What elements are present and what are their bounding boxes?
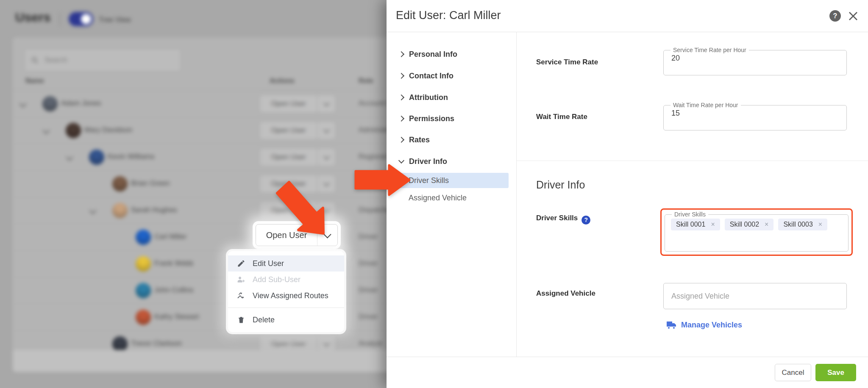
avatar bbox=[42, 96, 58, 111]
open-user-dropdown-toggle[interactable] bbox=[317, 209, 335, 212]
skill-tag: Skill 0001× bbox=[671, 219, 720, 230]
user-role: Driver bbox=[359, 286, 378, 294]
skill-tag-label: Skill 0003 bbox=[783, 221, 812, 228]
nav-item-label: Permissions bbox=[409, 114, 454, 123]
open-user-button[interactable]: Open User bbox=[259, 148, 336, 166]
nav-item-driver-info[interactable]: Driver Info bbox=[387, 154, 516, 169]
help-icon[interactable]: ? bbox=[829, 10, 841, 22]
user-plus-icon bbox=[237, 275, 245, 284]
remove-tag-icon[interactable]: × bbox=[711, 221, 715, 228]
header-divider bbox=[13, 90, 428, 90]
open-user-dropdown-toggle[interactable] bbox=[317, 156, 335, 159]
open-user-button[interactable]: Open User bbox=[259, 94, 336, 113]
open-user-button-label: Open User bbox=[260, 126, 317, 135]
skill-tag: Skill 0002× bbox=[725, 219, 774, 230]
table-row: John CollinsOpen UserDriver bbox=[13, 277, 428, 304]
chevron-down-icon bbox=[323, 153, 330, 160]
open-user-button[interactable]: Open User bbox=[259, 121, 336, 140]
driver-skills-label-text: Driver Skills bbox=[536, 214, 578, 222]
menu-item-delete[interactable]: Delete bbox=[228, 312, 344, 328]
user-role: Driver bbox=[359, 179, 378, 188]
user-name: Kathy Stewart bbox=[154, 313, 199, 321]
open-user-split-button[interactable]: Open User bbox=[256, 224, 338, 246]
search-icon bbox=[31, 56, 39, 64]
open-user-dropdown-toggle[interactable] bbox=[317, 129, 335, 132]
user-role: Driver bbox=[359, 259, 378, 268]
service-time-rate-field: Service Time Rate per Hour bbox=[663, 47, 847, 75]
menu-item-view-assigned-routes[interactable]: View Assigned Routes bbox=[228, 288, 344, 304]
menu-item-edit-user[interactable]: Edit User bbox=[228, 255, 344, 272]
tree-view-toggle[interactable] bbox=[69, 12, 93, 26]
row-expander-icon[interactable] bbox=[19, 100, 27, 108]
cancel-button[interactable]: Cancel bbox=[775, 364, 811, 381]
chevron-right-icon bbox=[398, 73, 404, 79]
user-name: Frank Webb bbox=[154, 259, 193, 268]
chevron-down-icon bbox=[323, 180, 330, 186]
chevron-down-icon bbox=[323, 100, 330, 106]
user-name: Sarah Hughes bbox=[131, 206, 177, 214]
chevron-right-icon bbox=[398, 137, 404, 143]
nav-item-label: Driver Info bbox=[409, 157, 447, 166]
chevron-down-icon bbox=[323, 230, 331, 238]
avatar bbox=[136, 256, 151, 272]
nav-item-personal-info[interactable]: Personal Info bbox=[387, 47, 516, 61]
driver-skills-help-icon[interactable]: ? bbox=[581, 216, 590, 224]
manage-vehicles-link[interactable]: Manage Vehicles bbox=[666, 321, 742, 330]
open-user-button[interactable]: Open User bbox=[259, 201, 336, 220]
column-header-actions: Actions bbox=[270, 77, 295, 85]
nav-item-contact-info[interactable]: Contact Info bbox=[387, 69, 516, 83]
chevron-right-icon bbox=[398, 51, 404, 57]
table-row: Kevin WilliamsOpen UserRegional Manager bbox=[13, 144, 428, 171]
service-time-rate-input[interactable] bbox=[670, 53, 842, 63]
truck-icon bbox=[666, 321, 677, 330]
nav-item-permissions[interactable]: Permissions bbox=[387, 111, 516, 126]
open-user-dropdown-toggle[interactable] bbox=[317, 103, 335, 105]
menu-item-label: View Assigned Routes bbox=[253, 291, 328, 300]
menu-item-label: Add Sub-User bbox=[253, 275, 300, 284]
avatar bbox=[136, 283, 151, 298]
skill-tag: Skill 0003× bbox=[778, 219, 827, 230]
nav-item-label: Personal Info bbox=[409, 50, 457, 59]
open-user-button-label: Open User bbox=[260, 206, 317, 215]
open-user-button[interactable]: Open User bbox=[259, 175, 336, 193]
users-table-card: Name Actions Role Adam JonesOpen UserAcc… bbox=[13, 37, 428, 372]
title-divider bbox=[59, 13, 60, 26]
open-user-dropdown-toggle[interactable] bbox=[317, 343, 335, 346]
nav-item-attribution[interactable]: Attribution bbox=[387, 90, 516, 105]
user-name: Brian Green bbox=[131, 179, 170, 188]
open-user-button-label: Open User bbox=[256, 230, 317, 240]
row-actions-menu: Edit UserAdd Sub-UserView Assigned Route… bbox=[228, 251, 344, 332]
wait-time-rate-legend: Wait Time Rate per Hour bbox=[670, 102, 741, 108]
driver-skills-field[interactable]: Driver Skills Skill 0001×Skill 0002×Skil… bbox=[665, 211, 849, 252]
chevron-down-icon bbox=[323, 126, 330, 133]
open-user-dropdown-toggle[interactable] bbox=[317, 183, 335, 186]
nav-item-label: Rates bbox=[409, 136, 430, 144]
assigned-vehicle-input[interactable] bbox=[663, 283, 847, 309]
table-row: Sarah HughesOpen UserDispatcher bbox=[13, 197, 428, 224]
sub-nav-item-assigned-vehicle[interactable]: Assigned Vehicle bbox=[398, 190, 509, 205]
sub-nav-item-driver-skills[interactable]: Driver Skills bbox=[398, 173, 509, 188]
driver-info-heading: Driver Info bbox=[536, 179, 585, 191]
skill-tag-label: Skill 0002 bbox=[730, 221, 759, 228]
save-button[interactable]: Save bbox=[815, 364, 856, 381]
remove-tag-icon[interactable]: × bbox=[818, 221, 822, 228]
remove-tag-icon[interactable]: × bbox=[765, 221, 768, 228]
row-expander-icon[interactable] bbox=[43, 127, 50, 134]
chevron-right-icon bbox=[398, 94, 404, 100]
search-box[interactable] bbox=[24, 48, 181, 72]
wait-time-rate-input[interactable] bbox=[670, 108, 842, 118]
table-row: Kathy StewartOpen UserDriver bbox=[13, 304, 428, 331]
menu-item-add-sub-user: Add Sub-User bbox=[228, 272, 344, 288]
chevron-down-icon bbox=[398, 158, 404, 164]
open-user-dropdown-toggle[interactable] bbox=[317, 233, 337, 237]
table-row: Brian GreenOpen UserDriver bbox=[13, 171, 428, 197]
row-expander-icon[interactable] bbox=[66, 154, 73, 161]
user-role: Analyst bbox=[359, 339, 382, 348]
chevron-right-icon bbox=[398, 116, 404, 122]
nav-item-rates[interactable]: Rates bbox=[387, 133, 516, 147]
pencil-icon bbox=[237, 259, 245, 268]
search-input[interactable] bbox=[44, 55, 174, 65]
close-icon[interactable] bbox=[848, 11, 859, 22]
row-expander-icon[interactable] bbox=[89, 207, 97, 214]
skill-tags: Skill 0001×Skill 0002×Skill 0003× bbox=[671, 219, 842, 230]
